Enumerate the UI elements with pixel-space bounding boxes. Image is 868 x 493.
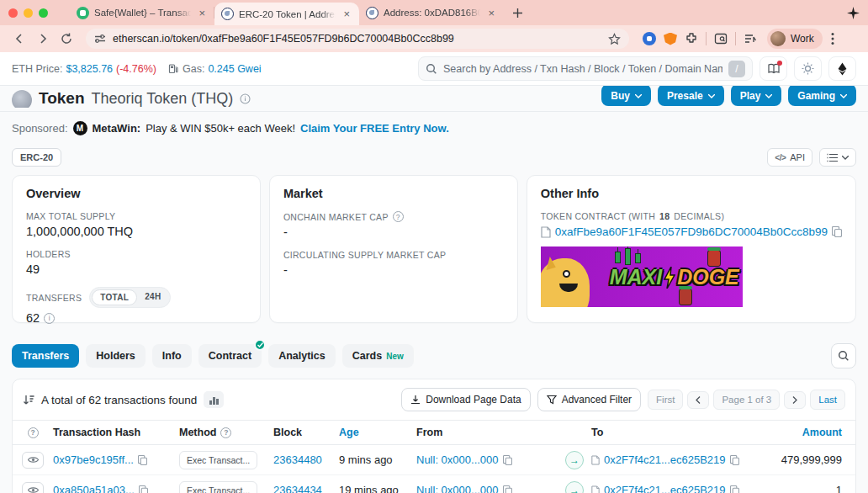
other-info-card: Other Info TOKEN CONTRACT (WITH 18 DECIM…	[527, 175, 856, 323]
etherscan-favicon-icon	[366, 7, 378, 19]
maxi-doge-ad-banner[interactable]: MAXI DOGE	[541, 246, 743, 307]
play-button[interactable]: Play	[731, 86, 782, 106]
new-tab-button[interactable]	[509, 4, 527, 22]
zoom-window-button[interactable]	[39, 8, 48, 18]
toggle-total-button[interactable]: TOTAL	[92, 289, 137, 305]
reload-button[interactable]	[56, 28, 77, 50]
preview-eye-button[interactable]	[22, 482, 44, 493]
help-icon[interactable]: ?	[28, 427, 39, 438]
extensions-puzzle-icon[interactable]	[685, 32, 698, 45]
help-icon[interactable]: ?	[220, 427, 231, 438]
tab-contract[interactable]: Contract	[198, 344, 262, 368]
minimize-window-button[interactable]	[24, 8, 33, 18]
sponsored-cta-link[interactable]: Claim Your FREE Entry Now.	[300, 122, 449, 135]
onchain-marketcap-label: ONCHAIN MARKET CAP ?	[283, 211, 504, 222]
tx-hash-link[interactable]: 0x97be9c195ff...	[53, 453, 134, 466]
first-page-button[interactable]: First	[648, 390, 683, 410]
circulating-marketcap-value: -	[283, 263, 504, 277]
tab-cards[interactable]: Cards New	[342, 344, 414, 368]
toggle-24h-button[interactable]: 24H	[137, 289, 168, 305]
to-address-link[interactable]: 0x2F7f4c21...ec625B219	[604, 453, 726, 466]
gaming-button[interactable]: Gaming	[788, 86, 856, 106]
summary-cards: Overview MAX TOTAL SUPPLY 1,000,000,000 …	[12, 175, 856, 323]
tx-hash-link[interactable]: 0xa850a51a03...	[53, 484, 135, 493]
url-text[interactable]: etherscan.io/token/0xafFbe9a60F1F45E057F…	[113, 33, 601, 45]
last-page-button[interactable]: Last	[810, 390, 845, 410]
browser-menu-icon[interactable]	[831, 32, 834, 45]
tab-analytics[interactable]: Analytics	[268, 344, 336, 368]
address-bar[interactable]: etherscan.io/token/0xafFbe9a60F1F45E057F…	[86, 29, 629, 49]
close-tab-icon[interactable]: ×	[341, 8, 352, 20]
site-info-icon[interactable]	[94, 33, 106, 45]
tab-holders[interactable]: Holders	[86, 344, 146, 368]
browser-tab-erc20-token[interactable]: ERC-20 Token | Address: 0xa ×	[214, 3, 359, 25]
contract-file-icon	[541, 226, 551, 238]
table-search-button[interactable]	[831, 343, 856, 368]
site-search[interactable]: /	[418, 56, 753, 81]
list-options-button[interactable]	[819, 148, 856, 167]
col-age-sort[interactable]: Age	[339, 427, 416, 438]
from-address-link[interactable]: Null: 0x000...000	[416, 453, 499, 466]
holders-value: 49	[26, 262, 246, 276]
copy-icon[interactable]	[138, 455, 147, 465]
browser-profile-chip[interactable]: Work	[767, 29, 823, 49]
copy-icon[interactable]	[730, 455, 739, 465]
help-icon[interactable]: ?	[393, 211, 404, 222]
preview-eye-button[interactable]	[22, 452, 44, 469]
bookmark-star-icon[interactable]	[608, 33, 621, 45]
tab-info[interactable]: Info	[152, 344, 192, 368]
resources-book-button[interactable]	[760, 56, 787, 81]
safe-wallet-favicon-icon	[77, 7, 89, 19]
side-panel-search-icon[interactable]	[714, 32, 728, 45]
from-address-link[interactable]: Null: 0x000...000	[416, 484, 499, 493]
network-eth-button[interactable]	[828, 56, 856, 81]
contract-address-link[interactable]: 0xafFbe9a60F1F45E057FD9b6DC70004Bb0Ccc8b…	[555, 225, 828, 238]
tab-transfers[interactable]: Transfers	[12, 344, 79, 368]
verified-check-icon	[254, 339, 266, 351]
overview-card: Overview MAX TOTAL SUPPLY 1,000,000,000 …	[12, 175, 261, 323]
copy-icon[interactable]	[832, 226, 842, 237]
presale-button[interactable]: Presale	[658, 86, 724, 106]
info-icon[interactable]: i	[44, 313, 55, 324]
eth-price-label: ETH Price:	[12, 63, 62, 75]
search-input[interactable]	[443, 63, 722, 75]
browser-tab-address[interactable]: Address: 0xDAD816B0...62a ×	[359, 0, 504, 25]
block-link[interactable]: 23634434	[273, 484, 322, 493]
back-button[interactable]	[8, 28, 30, 50]
copy-icon[interactable]	[503, 485, 512, 493]
close-tab-icon[interactable]: ×	[485, 7, 497, 19]
copy-icon[interactable]	[139, 485, 148, 493]
close-tab-icon[interactable]: ×	[196, 7, 208, 19]
transfers-toggle: TOTAL 24H	[89, 287, 171, 308]
block-link[interactable]: 23634480	[273, 453, 322, 466]
chart-view-button[interactable]	[204, 391, 224, 408]
browser-tab-safe-wallet[interactable]: Safe{Wallet} – Transaction his ×	[70, 0, 214, 25]
next-page-button[interactable]	[784, 391, 806, 409]
token-info-icon[interactable]	[240, 93, 251, 104]
gas-value[interactable]: 0.245 Gwei	[208, 63, 261, 75]
reading-list-icon[interactable]	[744, 32, 757, 45]
buy-button[interactable]: Buy	[601, 86, 651, 106]
sort-icon[interactable]	[23, 395, 34, 406]
notification-dot	[777, 61, 782, 66]
method-badge[interactable]: Exec Transact...	[179, 481, 257, 493]
advanced-filter-button[interactable]: Advanced Filter	[537, 388, 641, 411]
api-button[interactable]: </> API	[767, 148, 812, 167]
col-amount-sort[interactable]: Amount	[760, 427, 855, 438]
token-logo-icon	[12, 90, 32, 108]
copy-icon[interactable]	[503, 455, 512, 465]
theme-toggle-button[interactable]	[794, 56, 822, 81]
eth-price-value[interactable]: $3,825.76	[66, 63, 113, 75]
download-page-data-button[interactable]: Download Page Data	[401, 388, 530, 411]
method-badge[interactable]: Exec Transact...	[179, 451, 257, 469]
lightning-bolt-icon	[664, 267, 675, 289]
to-address-link[interactable]: 0x2F7f4c21...ec625B219	[604, 484, 726, 493]
sparkle-icon[interactable]	[847, 7, 860, 19]
metamask-icon[interactable]	[664, 33, 677, 45]
password-extension-icon[interactable]	[643, 32, 656, 45]
copy-icon[interactable]	[730, 485, 739, 493]
close-window-button[interactable]	[8, 8, 18, 18]
promo-nav-buttons: Buy Presale Play Gaming	[601, 89, 856, 106]
prev-page-button[interactable]	[687, 391, 709, 409]
forward-button[interactable]	[32, 28, 54, 50]
